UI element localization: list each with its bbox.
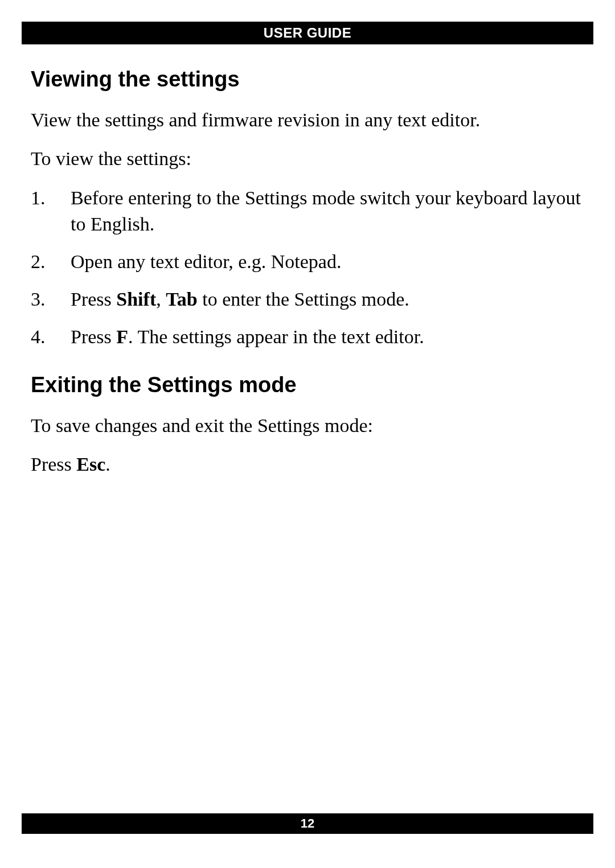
viewing-steps-list: 1. Before entering to the Settings mode …: [31, 185, 584, 349]
step-number: 3.: [31, 286, 71, 312]
key-tab: Tab: [166, 289, 197, 310]
step-text: Before entering to the Settings mode swi…: [71, 185, 584, 237]
step-pre: Press: [71, 289, 116, 310]
page-number: 12: [301, 816, 314, 830]
step-number: 2.: [31, 249, 71, 275]
step-post: to enter the Settings mode.: [198, 289, 409, 310]
exiting-action: Press Esc.: [31, 452, 584, 477]
step-number: 1.: [31, 185, 71, 237]
footer-bar: 12: [22, 813, 593, 834]
step-number: 4.: [31, 324, 71, 350]
header-bar: USER GUIDE: [22, 22, 593, 44]
step-4: 4. Press F. The settings appear in the t…: [31, 324, 584, 350]
step-post: . The settings appear in the text editor…: [128, 326, 424, 347]
key-esc: Esc: [76, 454, 105, 475]
step-text: Open any text editor, e.g. Notepad.: [71, 249, 584, 275]
section-heading-viewing: Viewing the settings: [31, 67, 584, 92]
step-3: 3. Press Shift, Tab to enter the Setting…: [31, 286, 584, 312]
key-shift: Shift: [116, 289, 156, 310]
step-mid: ,: [156, 289, 166, 310]
step-pre: Press: [71, 326, 116, 347]
step-1: 1. Before entering to the Settings mode …: [31, 185, 584, 237]
viewing-lead: To view the settings:: [31, 146, 584, 171]
section-heading-exiting: Exiting the Settings mode: [31, 373, 584, 397]
key-f: F: [116, 326, 128, 347]
exiting-intro: To save changes and exit the Settings mo…: [31, 413, 584, 438]
content-area: Viewing the settings View the settings a…: [22, 44, 593, 477]
step-2: 2. Open any text editor, e.g. Notepad.: [31, 249, 584, 275]
step-text: Press F. The settings appear in the text…: [71, 324, 584, 350]
header-title: USER GUIDE: [264, 25, 351, 40]
viewing-intro: View the settings and firmware revision …: [31, 108, 584, 133]
action-post: .: [105, 454, 110, 475]
step-text: Press Shift, Tab to enter the Settings m…: [71, 286, 584, 312]
action-pre: Press: [31, 454, 76, 475]
page-container: USER GUIDE Viewing the settings View the…: [0, 0, 615, 477]
